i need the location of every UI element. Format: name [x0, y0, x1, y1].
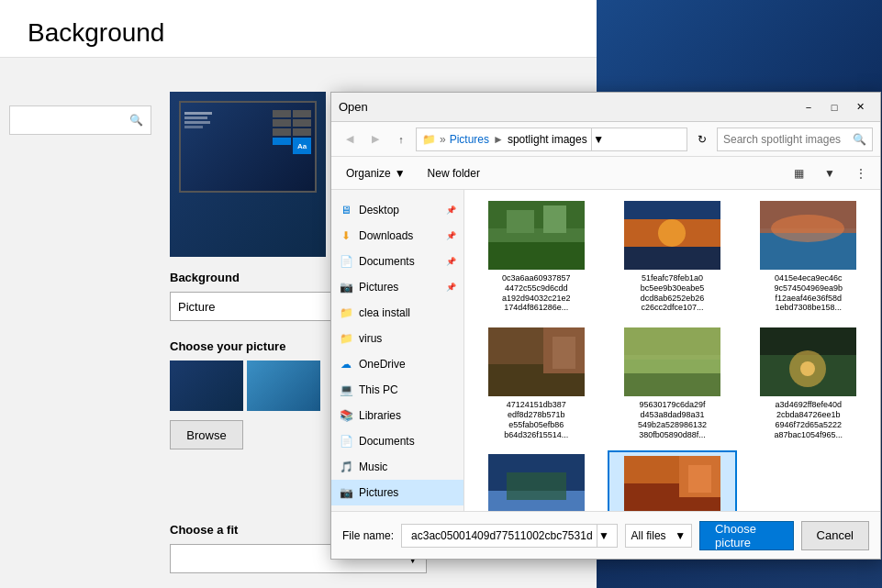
sidebar-item-libraries[interactable]: 📚 Libraries	[331, 403, 463, 428]
back-button[interactable]: ◀	[339, 128, 361, 150]
new-folder-button[interactable]: New folder	[420, 161, 487, 185]
file-name-2: 51feafc78feb1a0bc5ee9b30eabe5dcd8ab6252e…	[641, 273, 705, 313]
sidebar-item-music[interactable]: 🎵 Music	[331, 454, 463, 480]
svg-rect-16	[553, 337, 575, 369]
page-title: Background	[28, 18, 569, 48]
sidebar-item-clea-install[interactable]: 📁 clea install	[331, 300, 463, 326]
sidebar-item-pictures2[interactable]: 📷 Pictures	[331, 480, 463, 505]
dialog-minimize-button[interactable]: −	[796, 94, 821, 120]
address-dropdown[interactable]: ▼	[591, 128, 606, 151]
open-dialog: Open − □ ✕ ◀ ▶ ↑ 📁 » Pictures ► spotligh…	[330, 92, 881, 560]
file-name-6: a3d4692ff8efe40d2cbda84726ee1b6946f72d65…	[775, 400, 843, 439]
sidebar-label-libraries: Libraries	[359, 409, 401, 422]
filename-label: File name:	[342, 529, 394, 542]
dialog-files: 0c3a6aa609378574472c55c9d6cdda192d94032c…	[464, 190, 880, 511]
dialog-search-input[interactable]	[723, 133, 853, 146]
dialog-close-button[interactable]: ✕	[847, 94, 873, 120]
browse-button[interactable]: Browse	[170, 420, 243, 449]
sidebar-item-videos[interactable]: 🎥 Videos	[331, 505, 463, 511]
sidebar-item-documents[interactable]: 📄 Documents 📌	[331, 249, 463, 274]
up-button[interactable]: ↑	[390, 128, 412, 150]
svg-rect-31	[688, 465, 711, 493]
background-preview: Aa	[170, 92, 326, 257]
dialog-title: Open	[339, 100, 368, 114]
filename-input[interactable]: ac3ac05001409d77511002cbc7531d ▼	[401, 524, 618, 548]
file-thumb-1	[488, 201, 585, 270]
dialog-window-buttons: − □ ✕	[796, 94, 873, 120]
file-thumb-svg-1	[488, 201, 585, 270]
svg-point-12	[771, 215, 844, 242]
svg-rect-4	[543, 205, 566, 233]
file-thumb-8	[624, 456, 720, 511]
view-dropdown-button[interactable]: ▼	[818, 161, 842, 185]
tile-blue-1	[273, 138, 291, 145]
sidebar-label-pictures2: Pictures	[359, 486, 398, 499]
tile-bar-2	[293, 110, 311, 117]
file-item-4[interactable]: 47124151db387edf8d278b571be55fab05efb86b…	[472, 324, 600, 443]
organize-button[interactable]: Organize ▼	[339, 161, 413, 185]
file-item-6[interactable]: a3d4692ff8efe40d2cbda84726ee1b6946f72d65…	[744, 324, 873, 443]
pictures2-icon: 📷	[339, 485, 353, 500]
picture-thumb-1[interactable]	[170, 361, 243, 411]
filename-dropdown[interactable]: ▼	[597, 524, 611, 548]
filetype-select[interactable]: All files ▼	[625, 524, 693, 548]
svg-rect-1	[488, 238, 585, 270]
file-item-8[interactable]: ac3ac050014097511002cbc753024042ff27d461…	[608, 450, 736, 511]
sidebar-item-onedrive[interactable]: ☁ OneDrive	[331, 351, 463, 377]
view-details-button[interactable]: ⋮	[849, 161, 873, 185]
sidebar-item-pictures[interactable]: 📷 Pictures 📌	[331, 274, 463, 300]
sidebar-item-desktop[interactable]: 🖥 Desktop 📌	[331, 197, 463, 223]
svg-rect-2	[488, 228, 585, 242]
file-item-5[interactable]: 95630179c6da29fd453a8dad98a31549b2a52898…	[608, 324, 736, 443]
file-thumb-7	[488, 454, 585, 511]
search-input[interactable]	[17, 114, 129, 127]
sidebar-item-virus[interactable]: 📁 virus	[331, 326, 463, 351]
svg-rect-27	[507, 472, 566, 500]
pin-icon-desktop: 📌	[446, 205, 456, 215]
refresh-button[interactable]: ↻	[691, 128, 713, 150]
file-item-7[interactable]: a7066aa64d72fe52071a64cd5e837ff7e8ac766d…	[472, 450, 600, 511]
file-thumb-5	[624, 327, 720, 396]
organize-dropdown-icon: ▼	[395, 167, 406, 180]
preview-screen: Aa	[179, 101, 317, 193]
file-item-2[interactable]: 51feafc78feb1a0bc5ee9b30eabe5dcd8ab6252e…	[608, 197, 736, 316]
picture-thumb-2[interactable]	[247, 361, 320, 411]
sidebar-label-downloads: Downloads	[359, 229, 413, 242]
address-path[interactable]: 📁 » Pictures ► spotlight images ▼	[416, 128, 687, 151]
dialog-bottom: File name: ac3ac05001409d77511002cbc7531…	[331, 511, 880, 559]
file-thumb-6	[760, 327, 856, 396]
bar-3	[184, 121, 210, 124]
svg-point-8	[658, 219, 686, 247]
sidebar-item-documents2[interactable]: 📄 Documents	[331, 428, 463, 454]
tile-bar-5	[273, 128, 291, 136]
tile-aa: Aa	[293, 138, 311, 154]
choose-picture-button[interactable]: Choose picture	[699, 521, 793, 550]
file-thumb-svg-8	[624, 456, 720, 511]
sidebar-label-documents: Documents	[359, 255, 415, 268]
tile-bar-3	[273, 119, 291, 127]
new-folder-label: New folder	[428, 167, 480, 180]
dialog-maximize-button[interactable]: □	[821, 94, 847, 120]
cancel-button[interactable]: Cancel	[801, 521, 869, 550]
search-bar: 🔍	[9, 105, 151, 135]
downloads-icon: ⬇	[339, 228, 353, 243]
sidebar-item-downloads[interactable]: ⬇ Downloads 📌	[331, 223, 463, 249]
file-item-3[interactable]: 0415e4eca9ec46c9c574504969ea9bf12aeaf46e…	[744, 197, 873, 316]
sidebar-item-this-pc[interactable]: 💻 This PC	[331, 377, 463, 403]
file-item-1[interactable]: 0c3a6aa609378574472c55c9d6cdda192d94032c…	[472, 197, 600, 316]
path-separator-1: »	[440, 133, 446, 146]
file-thumb-svg-6	[760, 327, 856, 396]
organize-label: Organize	[346, 167, 391, 180]
pin-icon-documents: 📌	[446, 257, 456, 266]
sidebar-label-onedrive: OneDrive	[359, 358, 406, 371]
libraries-icon: 📚	[339, 408, 353, 423]
pictures-icon: 📷	[339, 280, 353, 294]
path-pictures[interactable]: Pictures	[450, 133, 489, 146]
sidebar-label-clea: clea install	[359, 306, 410, 319]
pin-icon-downloads: 📌	[446, 231, 456, 240]
forward-button[interactable]: ▶	[364, 128, 386, 150]
file-name-3: 0415e4eca9ec46c9c574504969ea9bf12aeaf46e…	[775, 273, 843, 313]
svg-rect-3	[507, 210, 534, 233]
svg-point-24	[800, 361, 815, 376]
view-thumbnails-button[interactable]: ▦	[787, 161, 810, 185]
